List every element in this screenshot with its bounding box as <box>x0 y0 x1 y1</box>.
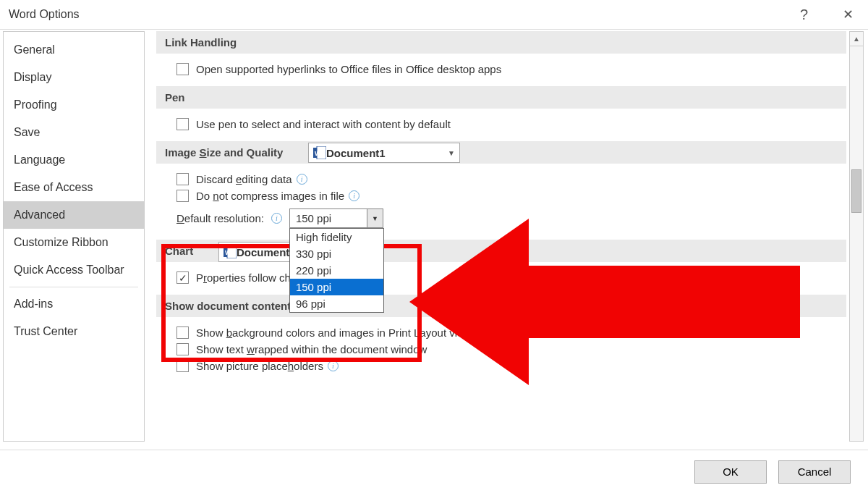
ok-button[interactable]: OK <box>694 460 767 484</box>
sidebar-item-proofing[interactable]: Proofing <box>4 91 144 119</box>
sidebar-item-add-ins[interactable]: Add-ins <box>4 290 144 318</box>
sidebar-item-display[interactable]: Display <box>4 64 144 91</box>
sidebar-item-quick-access-toolbar[interactable]: Quick Access Toolbar <box>4 256 144 284</box>
vertical-scrollbar[interactable]: ▲ <box>849 31 864 442</box>
svg-marker-6 <box>409 219 800 385</box>
default-resolution-select[interactable]: 150 ppi ▼ High fidelity330 ppi220 ppi150… <box>289 208 383 228</box>
checkbox-properties-follow[interactable] <box>176 271 189 284</box>
sidebar-item-save[interactable]: Save <box>4 119 144 146</box>
sidebar-item-trust-center[interactable]: Trust Center <box>4 318 144 345</box>
checkbox-use-pen[interactable] <box>176 118 189 130</box>
resolution-option[interactable]: High fidelity <box>290 229 383 245</box>
svg-text:W: W <box>225 249 231 256</box>
dialog-footer: OK Cancel <box>0 450 868 493</box>
image-quality-document-dropdown[interactable]: W Document1 ▼ <box>308 143 460 163</box>
titlebar: Word Options ? ✕ <box>0 0 868 29</box>
dialog-title: Word Options <box>9 8 80 21</box>
cancel-button[interactable]: Cancel <box>778 460 851 484</box>
sidebar-item-general[interactable]: General <box>4 36 144 64</box>
label-show-pic: Show picture placeholders <box>196 360 323 372</box>
label-discard-editing: Discard editing data <box>196 173 292 185</box>
help-icon[interactable]: ? <box>800 7 808 23</box>
checkbox-no-compress[interactable] <box>176 190 189 202</box>
close-icon[interactable]: ✕ <box>837 4 859 25</box>
scroll-up-icon[interactable]: ▲ <box>850 32 863 46</box>
image-doc-name: Document1 <box>326 147 448 159</box>
label-open-hyperlinks: Open supported hyperlinks to Office file… <box>196 63 501 75</box>
svg-text:W: W <box>315 150 321 157</box>
sidebar-item-language[interactable]: Language <box>4 146 144 174</box>
section-pen: Pen <box>156 86 846 109</box>
word-doc-icon: W <box>313 146 326 159</box>
checkbox-discard-editing[interactable] <box>176 173 189 185</box>
checkbox-open-hyperlinks[interactable] <box>176 63 189 75</box>
section-link-handling: Link Handling <box>156 31 846 54</box>
sidebar: GeneralDisplayProofingSaveLanguageEase o… <box>3 31 145 442</box>
resolution-option[interactable]: 150 ppi <box>290 279 383 295</box>
annotation-arrow-icon <box>409 211 800 392</box>
resolution-option[interactable]: 330 ppi <box>290 245 383 262</box>
info-icon[interactable]: i <box>349 190 359 201</box>
label-show-wrap: Show text wrapped within the document wi… <box>196 343 427 355</box>
info-icon[interactable]: i <box>297 174 307 185</box>
resolution-option[interactable]: 220 ppi <box>290 262 383 279</box>
label-no-compress: Do not compress images in file <box>196 190 344 202</box>
scrollbar-thumb[interactable] <box>851 169 861 213</box>
label-use-pen: Use pen to select and interact with cont… <box>196 118 451 130</box>
checkbox-show-wrap[interactable] <box>176 343 189 355</box>
info-icon[interactable]: i <box>271 213 282 224</box>
label-default-resolution: Default resolution: <box>176 212 264 224</box>
word-doc-icon: W <box>224 245 237 258</box>
checkbox-show-bg[interactable] <box>176 326 189 339</box>
sidebar-item-ease-of-access[interactable]: Ease of Access <box>4 174 144 201</box>
chevron-down-icon: ▼ <box>448 149 455 157</box>
section-image-quality: Image Size and Quality W Document1 ▼ <box>156 141 846 164</box>
resolution-dropdown-list: High fidelity330 ppi220 ppi150 ppi96 ppi <box>289 228 384 313</box>
sidebar-item-advanced[interactable]: Advanced <box>4 201 144 229</box>
sidebar-item-customize-ribbon[interactable]: Customize Ribbon <box>4 229 144 256</box>
info-icon[interactable]: i <box>328 361 339 371</box>
chevron-down-icon[interactable]: ▼ <box>367 209 383 227</box>
resolution-option[interactable]: 96 ppi <box>290 295 383 312</box>
checkbox-show-pic[interactable] <box>176 360 189 372</box>
